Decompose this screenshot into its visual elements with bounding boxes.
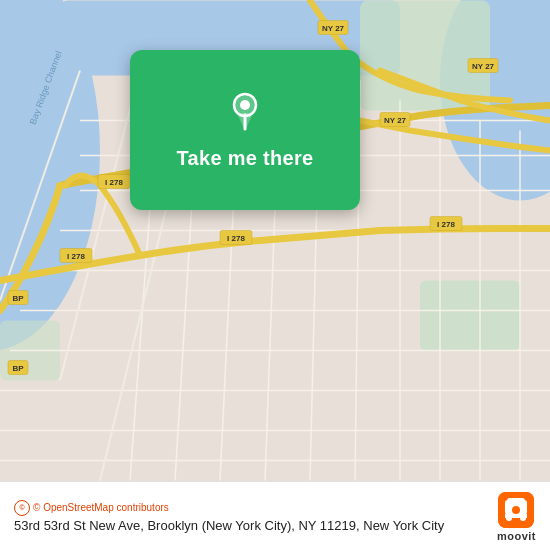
svg-text:BP: BP [12, 294, 24, 303]
svg-text:I 278: I 278 [227, 234, 245, 243]
app: Bay Ridge Channel [0, 0, 550, 550]
map-container: Bay Ridge Channel [0, 0, 550, 481]
svg-rect-54 [507, 502, 515, 508]
svg-rect-4 [420, 281, 520, 351]
svg-text:NY 27: NY 27 [472, 62, 495, 71]
osm-logo-icon: © [14, 500, 30, 516]
overlay-card[interactable]: Take me there [130, 50, 360, 210]
svg-rect-52 [498, 492, 534, 528]
svg-rect-58 [505, 514, 527, 518]
osm-credit-text: © OpenStreetMap contributors [33, 502, 169, 513]
bottom-bar: © © OpenStreetMap contributors 53rd 53rd… [0, 481, 550, 550]
svg-text:NY 27: NY 27 [322, 24, 345, 33]
address-text: 53rd 53rd St New Ave, Brooklyn (New York… [14, 518, 485, 535]
moovit-text: moovit [497, 530, 536, 542]
bottom-left: © © OpenStreetMap contributors 53rd 53rd… [14, 500, 485, 535]
svg-text:I 278: I 278 [105, 178, 123, 187]
svg-text:I 278: I 278 [437, 220, 455, 229]
svg-text:BP: BP [12, 364, 24, 373]
svg-point-49 [240, 100, 250, 110]
moovit-logo: moovit [497, 492, 536, 542]
location-pin-icon [223, 87, 267, 131]
svg-text:NY 27: NY 27 [384, 116, 407, 125]
svg-rect-55 [517, 502, 525, 508]
moovit-icon [498, 492, 534, 528]
svg-rect-53 [505, 500, 527, 515]
take-me-there-button[interactable]: Take me there [169, 143, 322, 174]
svg-text:I 278: I 278 [67, 252, 85, 261]
osm-credit: © © OpenStreetMap contributors [14, 500, 485, 516]
